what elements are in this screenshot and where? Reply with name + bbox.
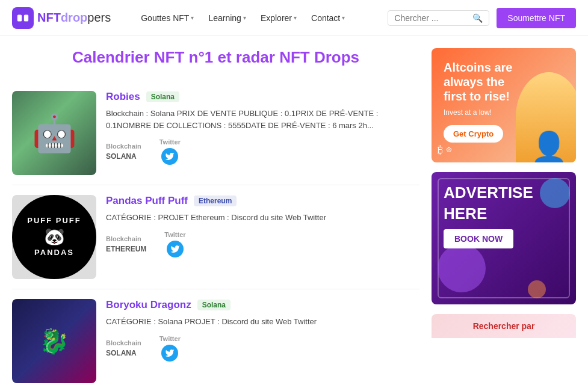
ad-banner-advertise: ADVERTISE HERE BOOK NOW bbox=[432, 172, 576, 304]
search-icon: 🔍 bbox=[472, 13, 483, 23]
twitter-pandas[interactable]: Twitter bbox=[164, 231, 185, 257]
search-bar: 🔍 bbox=[388, 10, 489, 26]
nft-desc-dragonz: CATÉGORIE : Solana PROJET : Discord du s… bbox=[106, 316, 419, 328]
twitter-dragonz[interactable]: Twitter bbox=[159, 335, 181, 362]
twitter-icon-robies[interactable] bbox=[161, 148, 178, 165]
logo-pers: pers bbox=[87, 11, 111, 24]
chevron-down-icon-contact: ▾ bbox=[342, 14, 345, 21]
nft-image-robies bbox=[12, 91, 96, 175]
ad2-title-line2: HERE bbox=[444, 205, 564, 223]
nft-blockchain-pandas: Blockchain ETHEREUM bbox=[106, 235, 146, 253]
ad1-button[interactable]: Get Crypto bbox=[444, 125, 503, 143]
nft-footer-dragonz: Blockchain SOLANA Twitter bbox=[106, 335, 419, 362]
nav-links: Gouttes NFT ▾ Learning ▾ Explorer ▾ Cont… bbox=[135, 8, 388, 28]
logo-svg bbox=[16, 11, 29, 25]
nft-badge-robies: Solana bbox=[146, 91, 179, 102]
nft-badge-pandas: Ethereum bbox=[194, 196, 237, 206]
svg-rect-1 bbox=[24, 14, 28, 21]
twitter-icon-pandas[interactable] bbox=[167, 241, 184, 257]
twitter-label-pandas: Twitter bbox=[164, 231, 185, 238]
nft-desc-pandas: CATÉGORIE : PROJET Ethereum : Discord du… bbox=[106, 212, 419, 224]
nav-label-contact: Contact bbox=[311, 13, 340, 23]
blockchain-value-robies: SOLANA bbox=[106, 152, 141, 161]
nft-badge-dragonz: Solana bbox=[197, 300, 231, 310]
nft-info-pandas: Pandas Puff Puff Ethereum CATÉGORIE : PR… bbox=[106, 195, 419, 257]
twitter-icon-dragonz[interactable] bbox=[161, 345, 178, 362]
svg-rect-0 bbox=[17, 14, 22, 21]
nav-item-explorer[interactable]: Explorer ▾ bbox=[255, 8, 303, 28]
blockchain-label-dragonz: Blockchain bbox=[106, 339, 141, 346]
nft-card-robies: Robies Solana Blockchain : Solana PRIX D… bbox=[12, 81, 419, 185]
blockchain-value-pandas: ETHEREUM bbox=[106, 245, 146, 253]
logo-drop: drop bbox=[61, 11, 87, 24]
ad2-circle-orange bbox=[528, 280, 546, 298]
partial-banner: Rechercher par bbox=[432, 314, 576, 338]
nav-label-gouttes: Gouttes NFT bbox=[141, 13, 189, 23]
nav-item-gouttes[interactable]: Gouttes NFT ▾ bbox=[135, 8, 200, 28]
nft-header-pandas: Pandas Puff Puff Ethereum bbox=[106, 195, 419, 207]
nft-footer-robies: Blockchain SOLANA Twitter bbox=[106, 138, 419, 165]
chevron-down-icon-gouttes: ▾ bbox=[191, 14, 194, 21]
page-container: Calendrier NFT n°1 et radar NFT Drops Ro… bbox=[0, 36, 588, 388]
twitter-robies[interactable]: Twitter bbox=[159, 138, 181, 165]
logo-nft: NFT bbox=[37, 11, 61, 24]
ad1-coin-icons: ₿ ◎ bbox=[438, 144, 451, 156]
search-input[interactable] bbox=[394, 13, 472, 23]
nav-item-learning[interactable]: Learning ▾ bbox=[202, 8, 252, 28]
nft-footer-pandas: Blockchain ETHEREUM Twitter bbox=[106, 231, 419, 257]
nft-blockchain-robies: Blockchain SOLANA bbox=[106, 143, 141, 161]
nft-card-pandas: PUFF PUFF 🐼 PANDAS Pandas Puff Puff Ethe… bbox=[12, 185, 419, 289]
nft-info-dragonz: Boryoku Dragonz Solana CATÉGORIE : Solan… bbox=[106, 299, 419, 362]
ad1-subtitle: Invest at a low! bbox=[444, 108, 522, 117]
ad1-person-emoji: 👤 bbox=[530, 132, 568, 162]
logo-icon bbox=[12, 7, 34, 29]
chevron-down-icon-learning: ▾ bbox=[243, 14, 246, 21]
chevron-down-icon-explorer: ▾ bbox=[294, 14, 297, 21]
nft-image-pandas: PUFF PUFF 🐼 PANDAS bbox=[12, 195, 96, 279]
logo[interactable]: NFTdroppers bbox=[12, 7, 111, 29]
nft-name-dragonz: Boryoku Dragonz bbox=[106, 299, 191, 311]
nft-image-dragonz: 🐉 bbox=[12, 299, 96, 383]
blockchain-label-robies: Blockchain bbox=[106, 143, 141, 150]
sidebar: Altcoins are always the first to rise! I… bbox=[432, 48, 576, 388]
partial-banner-label: Rechercher par bbox=[473, 321, 535, 331]
submit-nft-button[interactable]: Soumettre NFT bbox=[497, 8, 576, 28]
twitter-label-dragonz: Twitter bbox=[159, 335, 181, 342]
twitter-bird-icon-3 bbox=[165, 348, 175, 358]
nft-header-dragonz: Boryoku Dragonz Solana bbox=[106, 299, 419, 311]
nav-label-learning: Learning bbox=[208, 13, 241, 23]
main-content: Calendrier NFT n°1 et radar NFT Drops Ro… bbox=[12, 48, 419, 388]
twitter-bird-icon bbox=[165, 152, 175, 161]
nft-blockchain-dragonz: Blockchain SOLANA bbox=[106, 339, 141, 357]
ad2-circle-purple bbox=[438, 244, 486, 292]
nft-card-dragonz: 🐉 Boryoku Dragonz Solana CATÉGORIE : Sol… bbox=[12, 289, 419, 388]
nav-item-contact[interactable]: Contact ▾ bbox=[305, 8, 351, 28]
logo-text: NFTdroppers bbox=[37, 11, 111, 25]
blockchain-value-dragonz: SOLANA bbox=[106, 349, 141, 357]
puff-puff-text: PUFF PUFF 🐼 PANDAS bbox=[21, 210, 87, 264]
nav-label-explorer: Explorer bbox=[261, 13, 292, 23]
ad2-title-line1: ADVERTISE bbox=[444, 184, 564, 202]
ad2-button[interactable]: BOOK NOW bbox=[444, 229, 513, 248]
nft-name-pandas: Pandas Puff Puff bbox=[106, 195, 188, 207]
nft-info-robies: Robies Solana Blockchain : Solana PRIX D… bbox=[106, 91, 419, 165]
dragonz-placeholder: 🐉 bbox=[12, 299, 96, 383]
twitter-label-robies: Twitter bbox=[159, 138, 181, 146]
page-title: Calendrier NFT n°1 et radar NFT Drops bbox=[12, 48, 419, 67]
blockchain-label-pandas: Blockchain bbox=[106, 235, 146, 242]
ad1-title: Altcoins are always the first to rise! bbox=[444, 60, 522, 103]
twitter-bird-icon-2 bbox=[170, 244, 180, 254]
nft-desc-robies: Blockchain : Solana PRIX DE VENTE PUBLIQ… bbox=[106, 108, 419, 131]
navbar: NFTdroppers Gouttes NFT ▾ Learning ▾ Exp… bbox=[0, 0, 588, 36]
nft-name-robies: Robies bbox=[106, 91, 140, 103]
nft-header-robies: Robies Solana bbox=[106, 91, 419, 103]
ad1-person-decoration: 👤 bbox=[516, 72, 576, 162]
ad-banner-crypto: Altcoins are always the first to rise! I… bbox=[432, 48, 576, 162]
